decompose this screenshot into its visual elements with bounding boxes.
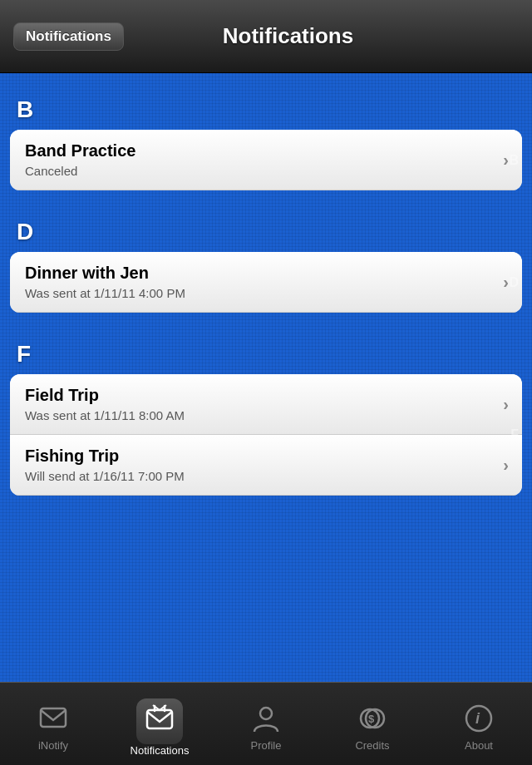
list-item-subtitle: Was sent at 1/11/11 4:00 PM xyxy=(25,286,480,300)
chevron-right-icon: › xyxy=(503,151,509,170)
tab-label-inotify: iNotify xyxy=(38,739,68,752)
section-letter: B xyxy=(17,96,33,122)
list-item-title: Field Trip xyxy=(25,386,480,405)
side-index-letter: F xyxy=(510,427,519,442)
tab-label-notifications: Notifications xyxy=(131,744,190,757)
tab-about[interactable]: i About xyxy=(426,683,532,765)
list-item-title: Fishing Trip xyxy=(25,447,480,466)
about-icon: i xyxy=(464,703,494,739)
section-header-b: B xyxy=(0,81,532,130)
tab-label-profile: Profile xyxy=(251,739,282,752)
chevron-right-icon: › xyxy=(503,456,509,475)
tab-credits[interactable]: $ Credits xyxy=(319,683,426,765)
chevron-right-icon: › xyxy=(503,395,509,414)
section-header-f: F xyxy=(0,326,532,374)
list-item-subtitle: Canceled xyxy=(25,164,480,178)
section-header-d: D xyxy=(0,204,532,252)
header: Notifications Notifications xyxy=(0,0,532,73)
tab-notifications[interactable]: Notifications xyxy=(106,683,213,765)
notifications-icon xyxy=(136,698,183,744)
list-card-d: Dinner with JenWas sent at 1/11/11 4:00 … xyxy=(10,252,522,313)
list-item[interactable]: Fishing TripWill send at 1/16/11 7:00 PM… xyxy=(10,435,522,496)
svg-text:i: i xyxy=(475,710,480,727)
tab-label-about: About xyxy=(465,739,493,752)
list-item-title: Band Practice xyxy=(25,141,480,160)
main-content: BBand PracticeCanceled›BDDinner with Jen… xyxy=(0,73,532,682)
svg-rect-0 xyxy=(41,708,66,727)
profile-icon xyxy=(251,703,281,739)
list-item-subtitle: Will send at 1/16/11 7:00 PM xyxy=(25,469,480,483)
section-letter: F xyxy=(17,341,31,367)
list-item[interactable]: Field TripWas sent at 1/11/11 8:00 AM› xyxy=(10,374,522,435)
tab-inotify[interactable]: iNotify xyxy=(0,683,106,765)
list-item-subtitle: Was sent at 1/11/11 8:00 AM xyxy=(25,408,480,422)
back-button[interactable]: Notifications xyxy=(13,22,124,51)
chevron-right-icon: › xyxy=(503,273,509,292)
tab-bar: iNotify Notifications Profile $ Credits … xyxy=(0,682,532,765)
svg-rect-1 xyxy=(147,710,172,728)
page-title: Notifications xyxy=(124,23,452,49)
list-item[interactable]: Dinner with JenWas sent at 1/11/11 4:00 … xyxy=(10,252,522,313)
tab-label-credits: Credits xyxy=(355,739,389,752)
tab-profile[interactable]: Profile xyxy=(213,683,319,765)
section-letter: D xyxy=(17,219,33,244)
svg-text:$: $ xyxy=(368,713,375,725)
svg-point-4 xyxy=(260,708,272,719)
list-item[interactable]: Band PracticeCanceled› xyxy=(10,130,522,190)
list-card-b: Band PracticeCanceled›B xyxy=(10,130,522,190)
list-card-f: Field TripWas sent at 1/11/11 8:00 AM›Fi… xyxy=(10,374,522,496)
inotify-icon xyxy=(38,703,68,739)
side-index-letter: D xyxy=(509,275,519,290)
side-index-letter: B xyxy=(509,153,519,168)
list-item-title: Dinner with Jen xyxy=(25,264,480,283)
credits-icon: $ xyxy=(357,703,387,739)
